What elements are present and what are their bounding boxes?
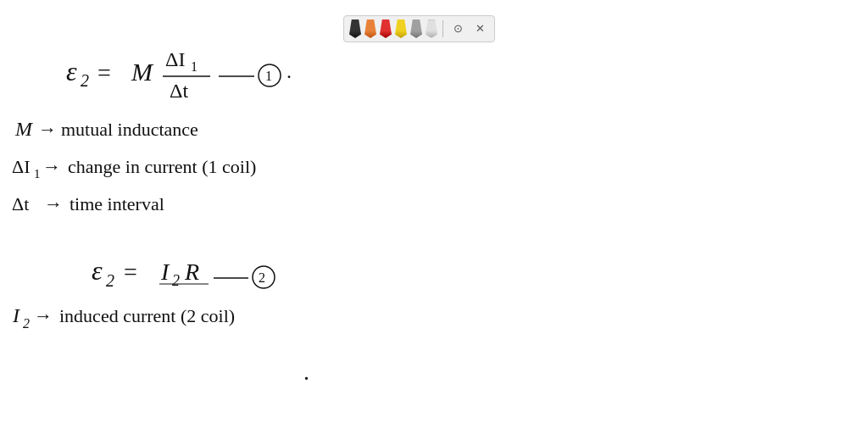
white-pen-tool[interactable] (426, 19, 437, 38)
close-icon[interactable]: ✕ (470, 19, 489, 38)
red-pen-tool[interactable] (380, 19, 392, 38)
I2-subscript: 2 (172, 272, 180, 289)
M-symbol: M (131, 58, 154, 86)
subscript-1-num: 1 (191, 59, 198, 74)
legend-I2-desc: induced current (2 coil) (59, 305, 235, 326)
equals-1: = (97, 59, 111, 86)
equals-2: = (124, 259, 137, 285)
epsilon2-subscript: 2 (81, 71, 89, 90)
number-1-circle: 1 (265, 69, 272, 83)
legend-M-desc: mutual inductance (61, 119, 198, 140)
legend-I2: I (12, 304, 20, 326)
delta-I1-numerator: ΔI (165, 48, 185, 70)
legend-M: M (14, 118, 34, 140)
toolbar: ⊙ ✕ (343, 15, 495, 42)
circle-1 (259, 64, 281, 86)
legend-M-arrow: → (38, 119, 57, 140)
number-2-circle: 2 (259, 270, 265, 285)
circle-2 (253, 266, 275, 288)
epsilon2-label-2: ε (92, 255, 103, 286)
legend-deltaI1-desc: change in current (1 coil) (68, 156, 256, 177)
bottom-dot: . (303, 359, 309, 385)
orange-pen-tool[interactable] (364, 19, 376, 38)
delta-t-denominator: Δt (170, 80, 188, 102)
epsilon2-sub-2: 2 (106, 271, 114, 290)
gray-pen-tool[interactable] (410, 19, 422, 38)
epsilon2-label: ε (66, 56, 77, 86)
I2-symbol: I (160, 259, 170, 285)
legend-I2-arrow: → (34, 305, 53, 326)
black-pen-tool[interactable] (349, 19, 361, 38)
legend-deltat: Δt (12, 193, 29, 214)
toolbar-divider (442, 20, 443, 37)
legend-deltaI1-sub: 1 (34, 167, 41, 181)
legend-deltat-desc: time interval (70, 193, 164, 214)
math-content: text { font-family: 'Times New Roman', G… (0, 0, 868, 434)
yellow-pen-tool[interactable] (395, 19, 407, 38)
search-icon[interactable]: ⊙ (448, 19, 467, 38)
legend-deltaI1-arrow: → (42, 156, 61, 177)
period-1: . (287, 60, 292, 82)
R-symbol: R (184, 259, 199, 285)
legend-deltaI1: ΔI (12, 156, 30, 177)
legend-I2-sub: 2 (23, 316, 30, 331)
legend-deltat-arrow: → (44, 193, 63, 214)
